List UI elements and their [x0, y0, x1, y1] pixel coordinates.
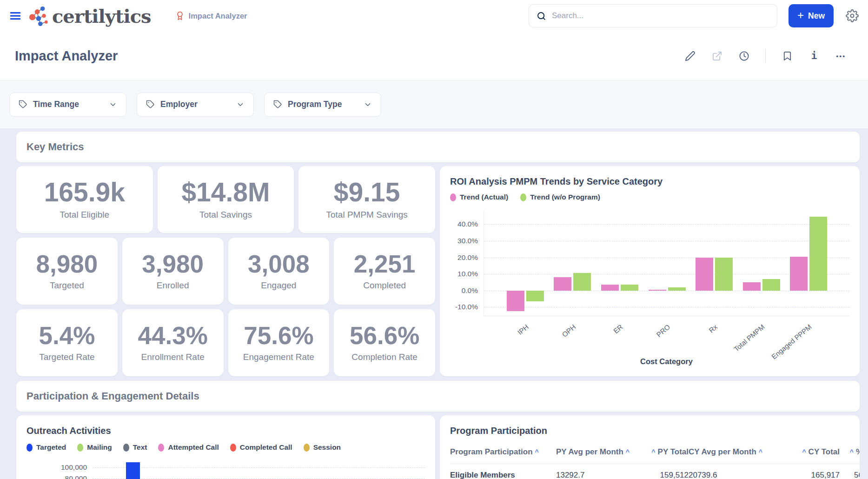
bar-Trend (w/o Program)-ER[interactable] — [621, 285, 638, 290]
bar-Trend (Actual)-IPH[interactable] — [507, 291, 524, 311]
key-metrics-cards: 165.9kTotal Eligible $14.8MTotal Savings… — [16, 166, 435, 376]
external-link-icon[interactable] — [711, 50, 722, 61]
program-participation-card: Program Participation Program Participat… — [440, 415, 860, 479]
col-program-participation[interactable]: Program Participation^ — [450, 447, 556, 457]
y-axis-tick-label: 80,000 — [65, 474, 87, 479]
col-py-avg-per-month[interactable]: PY Avg per Month^ — [556, 447, 649, 457]
more-options-icon[interactable]: ••• — [835, 50, 847, 61]
y-axis-tick-label: -10.0% — [455, 303, 478, 311]
legend-session[interactable]: Session — [304, 443, 341, 452]
certilytics-logo[interactable]: certilytics — [28, 5, 151, 27]
cell-py-total: 159,512 — [649, 471, 689, 479]
bar-Trend (Actual)-ER[interactable] — [601, 285, 619, 290]
metric-enrolled: 3,980Enrolled — [122, 238, 224, 305]
hamburger-menu-icon[interactable] — [9, 10, 21, 22]
tag-icon — [146, 100, 155, 109]
edit-pencil-icon[interactable] — [684, 50, 696, 61]
section-header-key-metrics: Key Metrics — [16, 132, 860, 162]
legend-trend-wo-program[interactable]: Trend (w/o Program) — [520, 193, 600, 201]
y-axis-tick-label: 10.0% — [457, 270, 478, 278]
tag-icon — [19, 100, 27, 109]
page-actions: i ••• — [684, 49, 847, 62]
sort-caret-icon: ^ — [626, 448, 629, 456]
roi-chart: 40.0%30.0%20.0%10.0%0.0%-10.0% IPHOPHERP… — [450, 211, 849, 316]
col-cy-avg-per-month[interactable]: CY Avg per Month^ — [689, 447, 791, 457]
breadcrumb-label: Impact Analyzer — [189, 12, 247, 20]
legend-dot — [230, 444, 236, 452]
info-icon[interactable]: i — [808, 50, 820, 61]
cell-cy-total: 165,917 — [791, 471, 840, 479]
filter-employer[interactable]: Employer — [137, 93, 254, 117]
page-header: Impact Analyzer i ••• — [0, 32, 868, 80]
bar-Trend (Actual)-PRO[interactable] — [649, 290, 666, 291]
sort-caret-icon: ^ — [651, 448, 655, 456]
dashboard-content: Key Metrics 165.9kTotal Eligible $14.8MT… — [0, 128, 868, 479]
bar-Trend (Actual)-Rx[interactable] — [696, 258, 713, 291]
brand-wordmark: certilytics — [52, 5, 151, 27]
metric-engaged: 3,008Engaged — [228, 238, 330, 305]
col-py-total[interactable]: ^PY Total — [649, 447, 689, 457]
global-search — [529, 4, 777, 27]
chevron-down-icon — [109, 100, 117, 109]
outreach-plot-area — [93, 457, 425, 479]
bar-Trend (w/o Program)-IPH[interactable] — [526, 291, 544, 301]
bar-Trend (w/o Program)-PRO[interactable] — [668, 287, 686, 291]
sort-caret-icon: ^ — [802, 448, 806, 456]
metric-completion-rate: 56.6%Completion Rate — [334, 309, 435, 376]
bar-Trend (w/o Program)-Engaged PPPM[interactable] — [809, 217, 827, 290]
row-label: Eligible Members — [450, 471, 556, 479]
bar-Trend (Actual)-Total PMPM[interactable] — [743, 282, 761, 291]
filter-program-type[interactable]: Program Type — [264, 93, 381, 117]
bar-Trend (Actual)-OPH[interactable] — [554, 277, 571, 290]
roi-y-axis: 40.0%30.0%20.0%10.0%0.0%-10.0% — [450, 211, 484, 316]
x-axis-tick-label: IPH — [516, 323, 530, 336]
legend-trend-actual[interactable]: Trend (Actual) — [450, 193, 508, 201]
roi-x-axis-title: Cost Category — [484, 357, 849, 366]
filter-label: Employer — [160, 100, 198, 109]
history-clock-icon[interactable] — [738, 50, 749, 61]
breadcrumb[interactable]: Impact Analyzer — [175, 11, 247, 20]
legend-attempted-call[interactable]: Attempted Call — [158, 443, 219, 452]
legend-dot — [27, 444, 33, 452]
y-axis-tick-label: 30.0% — [457, 237, 478, 245]
divider — [765, 49, 766, 62]
metric-total-pmpm-savings: $9.15Total PMPM Savings — [298, 166, 435, 233]
certilytics-logo-icon — [28, 5, 49, 27]
legend-targeted[interactable]: Targeted — [27, 443, 66, 452]
y-axis-tick-label: 20.0% — [457, 253, 478, 262]
roi-analysis-chart-card: ROI Analysis PMPM Trends by Service Cate… — [440, 166, 860, 376]
bar-Trend (w/o Program)-Total PMPM[interactable] — [762, 279, 780, 291]
bar-Trend (Actual)-Engaged PPPM[interactable] — [790, 257, 808, 291]
x-axis-tick-label: Rx — [707, 323, 719, 334]
metric-enrollment-rate: 44.3%Enrollment Rate — [122, 309, 224, 376]
outreach-chart: 100,00080,000 — [27, 457, 425, 479]
new-button[interactable]: + New — [788, 4, 834, 27]
chevron-down-icon — [236, 100, 245, 109]
x-axis-tick-label: PRO — [655, 323, 672, 339]
legend-mailing[interactable]: Mailing — [77, 443, 112, 452]
outreach-y-axis: 100,00080,000 — [27, 457, 93, 479]
x-axis-tick-label: ER — [612, 323, 624, 335]
bar-Trend (w/o Program)-OPH[interactable] — [573, 273, 591, 290]
sort-caret-icon: ^ — [759, 448, 762, 456]
col-cy-total[interactable]: ^CY Total — [791, 447, 840, 457]
table-row-eligible-members: Eligible Members 13292.7 159,512 20739.6… — [450, 464, 860, 479]
top-navigation-bar: certilytics Impact Analyzer + New — [0, 0, 868, 32]
filter-time-range[interactable]: Time Range — [9, 93, 126, 117]
col-percent[interactable]: ^% — [840, 447, 860, 457]
bar-Targeted[interactable] — [126, 462, 140, 479]
bookmark-icon[interactable] — [782, 50, 793, 61]
y-axis-tick-label: 0.0% — [462, 286, 478, 295]
x-axis-tick-label: OPH — [560, 323, 577, 339]
legend-text[interactable]: Text — [123, 443, 147, 452]
legend-dot — [77, 444, 83, 452]
search-input[interactable] — [552, 11, 769, 20]
x-axis-tick-label: Engaged PPPM — [770, 323, 813, 361]
legend-completed-call[interactable]: Completed Call — [230, 443, 292, 452]
program-participation-title: Program Participation — [450, 426, 849, 436]
gridline — [484, 224, 849, 225]
tag-icon — [273, 100, 282, 109]
settings-gear-icon[interactable] — [846, 9, 859, 22]
new-button-label: New — [808, 11, 825, 21]
bar-Trend (w/o Program)-Rx[interactable] — [715, 258, 733, 291]
